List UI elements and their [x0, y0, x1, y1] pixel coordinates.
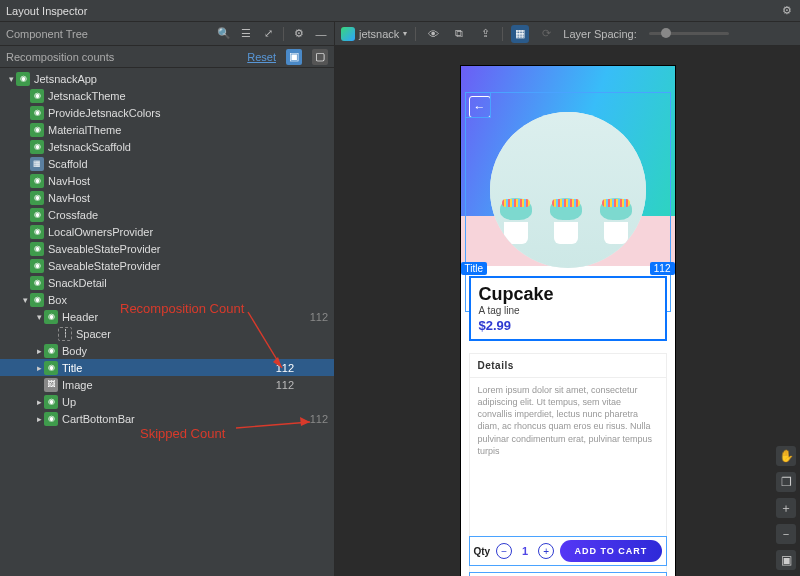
recomp-count-column-icon[interactable]: ▣: [286, 49, 302, 65]
comp-icon: ◉: [44, 412, 58, 426]
live-updates-icon[interactable]: 👁: [424, 25, 442, 43]
comp-icon: ◉: [30, 191, 44, 205]
process-selector[interactable]: jetsnack ▾: [341, 27, 407, 41]
toggle-3d-icon[interactable]: ▦: [511, 25, 529, 43]
details-body: Lorem ipsum dolor sit amet, consectetur …: [470, 378, 666, 463]
details-header: Details: [470, 354, 666, 378]
tree-node[interactable]: ◉SnackDetail: [0, 274, 334, 291]
recomp-count: 112: [266, 362, 294, 374]
tree-node[interactable]: ▾◉JetsnackApp: [0, 70, 334, 87]
tree-twisty[interactable]: ▾: [34, 312, 44, 322]
comp-icon: ◉: [30, 225, 44, 239]
tree-node-name: SaveableStateProvider: [48, 260, 161, 272]
process-name: jetsnack: [359, 28, 399, 40]
spacer-icon: ┆: [58, 327, 72, 341]
skipped-count-column-icon[interactable]: ▢: [312, 49, 328, 65]
tree-twisty[interactable]: ▸: [34, 414, 44, 424]
tree-node-name: JetsnackScaffold: [48, 141, 131, 153]
tree-node-name: JetsnackTheme: [48, 90, 126, 102]
tree-node-name: Box: [48, 294, 67, 306]
tree-node-name: Spacer: [76, 328, 111, 340]
tree-node[interactable]: 🖼Image112: [0, 376, 334, 393]
reset-button[interactable]: Reset: [247, 51, 276, 63]
zoom-out-icon[interactable]: －: [776, 524, 796, 544]
tree-node[interactable]: ◉JetsnackScaffold: [0, 138, 334, 155]
tree-node[interactable]: ◉NavHost: [0, 189, 334, 206]
zoom-fit-icon[interactable]: ▣: [776, 550, 796, 570]
tree-node-name: LocalOwnersProvider: [48, 226, 153, 238]
expand-icon[interactable]: ⤢: [261, 27, 275, 41]
tree-node-name: SnackDetail: [48, 277, 107, 289]
tree-node[interactable]: ┆Spacer: [0, 325, 334, 342]
qty-value: 1: [518, 545, 532, 557]
recomp-count: 112: [266, 379, 294, 391]
product-price: $2.99: [479, 318, 657, 333]
tree-node[interactable]: ◉SaveableStateProvider: [0, 240, 334, 257]
product-title: Cupcake: [479, 284, 657, 305]
tree-node[interactable]: ◉LocalOwnersProvider: [0, 223, 334, 240]
tree-node[interactable]: ◉ProvideJetsnackColors: [0, 104, 334, 121]
tree-node-name: Body: [62, 345, 87, 357]
tree-node[interactable]: ◉NavHost: [0, 172, 334, 189]
tree-node[interactable]: ◉SaveableStateProvider: [0, 257, 334, 274]
zoom-in-icon[interactable]: ＋: [776, 498, 796, 518]
component-tree-panel: Component Tree 🔍 ☰ ⤢ ⚙ — Recomposition c…: [0, 22, 335, 576]
qty-label: Qty: [474, 546, 491, 557]
tree-node[interactable]: ◉MaterialTheme: [0, 121, 334, 138]
tree-node-name: Title: [62, 362, 82, 374]
comp-icon: ◉: [30, 242, 44, 256]
tree-node[interactable]: ◉Crossfade: [0, 206, 334, 223]
tree-twisty[interactable]: ▸: [34, 363, 44, 373]
img-icon: 🖼: [44, 378, 58, 392]
tree-twisty[interactable]: ▸: [34, 397, 44, 407]
comp-icon: ◉: [30, 89, 44, 103]
tree-node[interactable]: ▾◉Box: [0, 291, 334, 308]
comp-icon: ◉: [30, 123, 44, 137]
tree-node[interactable]: ▦Scaffold: [0, 155, 334, 172]
view-options-icon[interactable]: ⚙: [292, 27, 306, 41]
device-preview: ← Title 112 Cupcake A tag line: [461, 66, 675, 576]
collapse-icon[interactable]: —: [314, 27, 328, 41]
selection-count: 112: [650, 262, 675, 275]
refresh-icon[interactable]: ⟳: [537, 25, 555, 43]
comp-icon: ◉: [30, 276, 44, 290]
comp-icon: ◉: [30, 293, 44, 307]
skipped-count: [300, 362, 328, 374]
settings-icon[interactable]: ⚙: [780, 4, 794, 18]
qty-decrement-button[interactable]: −: [496, 543, 512, 559]
layer-spacing-slider[interactable]: [649, 32, 729, 35]
window-title: Layout Inspector: [6, 5, 87, 17]
tree-node-name: NavHost: [48, 192, 90, 204]
recomp-count: [266, 413, 294, 425]
tree-node[interactable]: ▸◉CartBottomBar112: [0, 410, 334, 427]
qty-increment-button[interactable]: +: [538, 543, 554, 559]
filter-icon[interactable]: ☰: [239, 27, 253, 41]
comp-icon: ◉: [30, 208, 44, 222]
tree-node[interactable]: ▸◉Title112: [0, 359, 334, 376]
layout-preview-stage[interactable]: ← Title 112 Cupcake A tag line: [335, 46, 800, 576]
pan-icon[interactable]: ✋: [776, 446, 796, 466]
tree-node[interactable]: ◉JetsnackTheme: [0, 87, 334, 104]
add-to-cart-button[interactable]: ADD TO CART: [560, 540, 661, 562]
tree-twisty[interactable]: ▾: [6, 74, 16, 84]
cart-bar: Qty − 1 + ADD TO CART: [469, 536, 667, 566]
export-icon[interactable]: ⇪: [476, 25, 494, 43]
selection-label: Title: [461, 262, 488, 275]
tree-twisty[interactable]: ▾: [20, 295, 30, 305]
search-icon[interactable]: 🔍: [217, 27, 231, 41]
comp-icon: ◉: [30, 140, 44, 154]
tree-node-name: Up: [62, 396, 76, 408]
snapshot-icon[interactable]: ⧉: [450, 25, 468, 43]
comp-icon: ◉: [44, 310, 58, 324]
layer-spacing-label: Layer Spacing:: [563, 28, 636, 40]
tree-node[interactable]: ▸◉Body: [0, 342, 334, 359]
layers-icon[interactable]: ❐: [776, 472, 796, 492]
tree-node-name: SaveableStateProvider: [48, 243, 161, 255]
tree-node[interactable]: ▾◉Header112: [0, 308, 334, 325]
component-tree[interactable]: ▾◉JetsnackApp◉JetsnackTheme◉ProvideJetsn…: [0, 68, 334, 576]
tree-node[interactable]: ▸◉Up: [0, 393, 334, 410]
title-block: Cupcake A tag line $2.99: [469, 276, 667, 341]
tree-node-name: Crossfade: [48, 209, 98, 221]
tree-twisty[interactable]: ▸: [34, 346, 44, 356]
tree-node-name: ProvideJetsnackColors: [48, 107, 161, 119]
